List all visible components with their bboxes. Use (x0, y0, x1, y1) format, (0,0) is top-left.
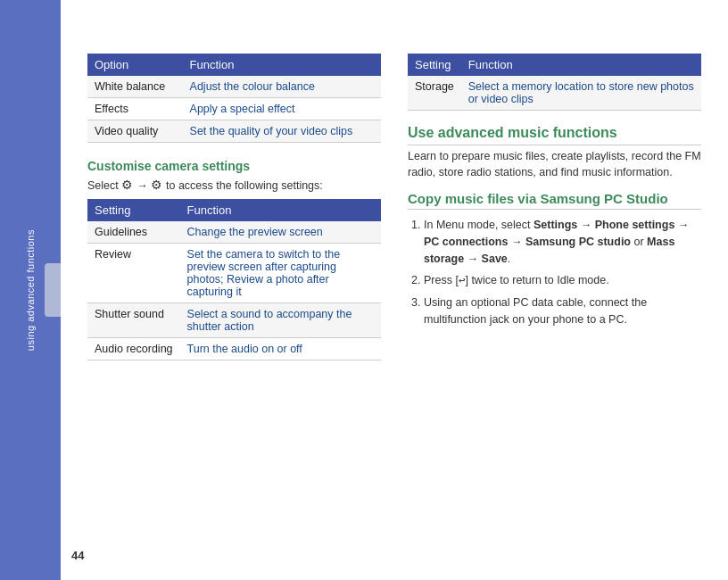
table-row: Shutter sound Select a sound to accompan… (87, 303, 381, 338)
table-row: Effects Apply a special effect (87, 98, 381, 120)
gear-icon-1: ⚙ (121, 178, 136, 192)
step-2-text: Press [↩] twice to return to Idle mode. (424, 274, 609, 286)
steps-list: In Menu mode, select Settings → Phone se… (408, 217, 701, 328)
setting-review: Review (87, 244, 180, 303)
function-white-balance: Adjust the colour balance (183, 76, 381, 98)
storage-table: Setting Function Storage Select a memory… (408, 54, 701, 111)
left-column: Option Function White balance Adjust the… (87, 54, 381, 562)
copy-heading: Copy music files via Samsung PC Studio (408, 191, 701, 210)
list-item: Press [↩] twice to return to Idle mode. (424, 272, 701, 289)
gear-icon-2: ⚙ (151, 178, 166, 192)
camera-settings-table: Setting Function Guidelines Change the p… (87, 199, 381, 360)
sidebar: using advanced functions (0, 0, 61, 580)
step-3-text: Using an optional PC data cable, connect… (424, 296, 647, 326)
function-storage: Select a memory location to store new ph… (461, 76, 701, 111)
function-review: Set the camera to switch to the preview … (180, 244, 381, 303)
customise-intro-prefix: Select (87, 179, 119, 192)
table-row: Guidelines Change the preview screen (87, 221, 381, 244)
function-audio-recording: Turn the audio on or off (180, 338, 381, 360)
arrow-icon-1: → (136, 179, 148, 192)
table-row: Storage Select a memory location to stor… (408, 76, 701, 111)
function-video-quality: Set the quality of your video clips (183, 120, 381, 143)
music-intro: Learn to prepare music files, create pla… (408, 149, 701, 180)
function-shutter-sound: Select a sound to accompany the shutter … (180, 303, 381, 338)
table-row: White balance Adjust the colour balance (87, 76, 381, 98)
step-1-text: In Menu mode, select Settings → Phone se… (424, 219, 689, 265)
settings-col-setting: Setting (87, 199, 180, 221)
settings-col-function: Function (180, 199, 381, 221)
function-guidelines: Change the preview screen (180, 221, 381, 244)
options-col-option: Option (87, 54, 183, 76)
storage-col-function: Function (461, 54, 701, 76)
table-row: Audio recording Turn the audio on or off (87, 338, 381, 360)
customise-intro: Select ⚙ → ⚙ to access the following set… (87, 178, 381, 192)
setting-guidelines: Guidelines (87, 221, 180, 244)
setting-storage: Storage (408, 76, 461, 111)
function-effects: Apply a special effect (183, 98, 381, 120)
sidebar-tab (45, 263, 61, 317)
table-row: Video quality Set the quality of your vi… (87, 120, 381, 143)
music-heading: Use advanced music functions (408, 125, 701, 145)
list-item: Using an optional PC data cable, connect… (424, 294, 701, 328)
page-number: 44 (71, 549, 84, 562)
sidebar-label: using advanced functions (25, 229, 36, 351)
table-row: Review Set the camera to switch to the p… (87, 244, 381, 303)
main-content: Option Function White balance Adjust the… (61, 0, 728, 580)
options-table: Option Function White balance Adjust the… (87, 54, 381, 143)
options-col-function: Function (183, 54, 381, 76)
option-white-balance: White balance (87, 76, 183, 98)
option-effects: Effects (87, 98, 183, 120)
right-column: Setting Function Storage Select a memory… (408, 54, 701, 562)
setting-shutter-sound: Shutter sound (87, 303, 180, 338)
option-video-quality: Video quality (87, 120, 183, 143)
setting-audio-recording: Audio recording (87, 338, 180, 360)
storage-col-setting: Setting (408, 54, 461, 76)
customise-intro-suffix: to access the following settings: (166, 179, 323, 192)
list-item: In Menu mode, select Settings → Phone se… (424, 217, 701, 267)
customise-heading: Customise camera settings (87, 159, 381, 173)
